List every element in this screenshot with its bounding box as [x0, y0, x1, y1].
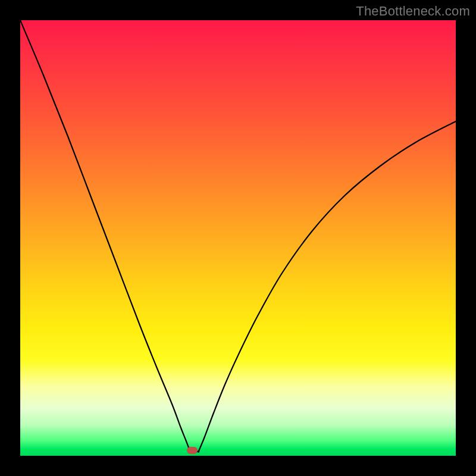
optimal-point-marker — [187, 447, 198, 454]
plot-area — [20, 20, 456, 456]
bottleneck-gradient-background — [20, 20, 456, 456]
chart-frame: TheBottleneck.com — [0, 0, 476, 476]
watermark-text: TheBottleneck.com — [356, 4, 470, 19]
